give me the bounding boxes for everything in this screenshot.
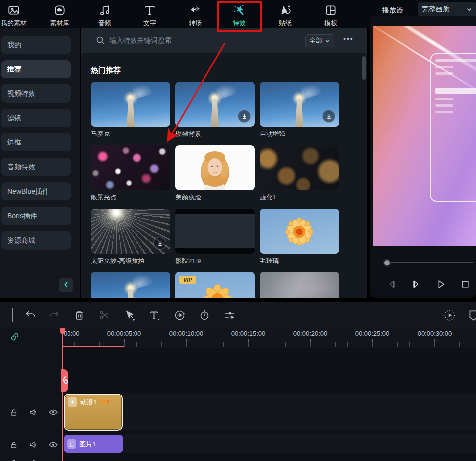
download-icon[interactable] — [153, 237, 166, 250]
quality-select[interactable]: 完整画质 — [418, 2, 476, 16]
timeline-area: 00:00 00:00:05:00 00:00:10:00 00:00:15:0… — [0, 328, 476, 461]
ruler-selection-range — [62, 346, 124, 347]
lock-icon[interactable] — [8, 406, 20, 418]
stop-button[interactable] — [459, 278, 472, 291]
vip-badge: VIP — [179, 276, 196, 284]
search-input[interactable] — [109, 33, 278, 47]
preview-content-ui-mock — [430, 53, 476, 202]
sidebar-item-filters[interactable]: 滤镜 — [1, 109, 71, 127]
tab-audio[interactable]: 音频 — [84, 2, 126, 28]
lock-icon[interactable] — [8, 439, 20, 451]
sidebar-item-borders[interactable]: 边框 — [1, 133, 71, 151]
preview-seek-bar[interactable] — [387, 262, 474, 263]
track-lane-1 — [62, 393, 476, 431]
sidebar-item-boris-plugin[interactable]: Boris插件 — [1, 207, 71, 225]
chevron-left-icon — [63, 281, 69, 288]
link-icon[interactable] — [10, 332, 20, 342]
effect-card-sun-flare[interactable]: 太阳光效-高级旅拍 — [91, 209, 170, 265]
effects-icon — [218, 2, 260, 18]
ruler-timestamp: 00:00:10:00 — [169, 330, 204, 337]
tab-transition[interactable]: 转场 — [174, 2, 216, 28]
effect-card-partial-fog[interactable] — [260, 272, 339, 298]
preview-seek-handle[interactable] — [383, 259, 391, 267]
speaker-icon[interactable] — [28, 439, 40, 451]
effect-card-frosted-glass[interactable]: 毛玻璃 — [260, 209, 339, 265]
text-icon — [129, 2, 171, 18]
effect-card-mosaic[interactable]: 马赛克 — [91, 82, 170, 138]
delete-button[interactable] — [73, 309, 86, 322]
timeline-clip-image[interactable]: 图片1 — [64, 435, 123, 453]
search-icon — [95, 35, 105, 45]
effect-card-defocus[interactable]: 虚化1 — [260, 145, 339, 202]
ruler-timestamp: 00:00:05:00 — [107, 330, 141, 337]
tab-sticker[interactable]: 贴纸 — [265, 2, 306, 28]
track-number-fragment: 4 — [0, 408, 0, 416]
text-tool-button[interactable] — [148, 309, 161, 322]
previous-frame-button[interactable] — [386, 278, 399, 291]
track2-header: 3 — [0, 439, 62, 451]
track-lane-2 — [62, 434, 476, 453]
undo-button[interactable] — [24, 309, 37, 322]
effect-thumbnail — [175, 209, 255, 254]
effects-browser-panel: 全部 ••• 热门推荐 马赛克 模糊背景 自动增强 — [81, 28, 367, 298]
effect-card-blur-background[interactable]: 模糊背景 — [175, 82, 255, 138]
effect-card-cinema-219[interactable]: 影院21:9 — [175, 209, 255, 265]
sidebar-item-audio-effects[interactable]: 音频特效 — [1, 158, 71, 176]
adjust-sliders-button[interactable] — [223, 309, 236, 322]
timeline-clip-effect[interactable]: ✦ 动漫1 VIP — [64, 394, 123, 431]
effect-thumbnail — [260, 145, 339, 190]
ruler-timestamp: 00:00 — [64, 330, 80, 337]
sidebar-item-resource-store[interactable]: 资源商城 — [1, 231, 71, 250]
player-tab[interactable]: 播放器 — [382, 6, 403, 15]
effect-card-bokeh-dots[interactable]: 散景光点 — [91, 145, 170, 202]
speaker-icon[interactable] — [28, 406, 40, 418]
select-tool-button[interactable] — [123, 309, 136, 322]
timeline-toolbar — [0, 302, 476, 328]
effect-thumbnail — [260, 272, 339, 298]
tab-my-media[interactable]: 我的素材 — [0, 2, 35, 28]
search-bar: 全部 ••• — [81, 28, 367, 53]
sidebar-item-mine[interactable]: 我的 — [1, 36, 71, 54]
more-options-button[interactable]: ••• — [343, 35, 354, 43]
ruler-minor-ticks — [62, 342, 476, 347]
eye-icon[interactable] — [47, 439, 59, 451]
effect-card-beauty[interactable]: 美颜瘦脸 — [175, 145, 255, 202]
playhead-line[interactable] — [62, 328, 63, 461]
effect-thumbnail — [260, 209, 339, 254]
play-button[interactable] — [434, 278, 447, 291]
sidebar-collapse-button[interactable] — [59, 278, 73, 292]
tab-effects[interactable]: 特效 — [218, 2, 260, 28]
timer-tool-button[interactable] — [198, 309, 211, 322]
split-scissors-button[interactable] — [98, 309, 111, 322]
sparkle-icon: ✦ — [68, 397, 77, 407]
filmora-app: 我的素材 素材库 音频 文字 — [0, 0, 476, 461]
voice-tool-button[interactable] — [173, 309, 186, 322]
marker-flag-button[interactable] — [467, 309, 476, 322]
preview-panel — [370, 16, 476, 298]
sticker-icon — [265, 2, 306, 18]
ruler-timestamp: 00:00:30:00 — [418, 330, 452, 337]
toolbar-caret — [12, 308, 13, 322]
lock-icon[interactable] — [8, 457, 20, 461]
panel-scrollbar[interactable] — [362, 56, 366, 80]
download-icon[interactable] — [238, 110, 251, 123]
effect-card-auto-enhance[interactable]: 自动增强 — [260, 82, 339, 138]
image-icon — [67, 439, 76, 449]
eye-icon[interactable] — [47, 406, 59, 418]
effect-card-partial[interactable] — [91, 272, 170, 298]
sidebar-item-recommended[interactable]: 推荐 — [1, 60, 71, 78]
tab-stock-media[interactable]: 素材库 — [39, 2, 80, 28]
render-preview-button[interactable] — [443, 309, 456, 322]
speaker-icon[interactable] — [28, 457, 40, 461]
transition-icon — [174, 2, 216, 18]
download-icon[interactable] — [322, 110, 335, 123]
sidebar-item-video-effects[interactable]: 视频特效 — [1, 84, 71, 103]
ruler-timestamp: 00:00:25:00 — [355, 330, 390, 337]
effect-card-partial-vip[interactable]: VIP — [175, 272, 255, 298]
filter-dropdown[interactable]: 全部 — [305, 34, 334, 47]
tab-text[interactable]: 文字 — [129, 2, 171, 28]
redo-button[interactable] — [47, 309, 60, 322]
sidebar-item-newblue-plugin[interactable]: NewBlue插件 — [1, 182, 71, 200]
next-frame-button[interactable] — [409, 278, 422, 291]
tab-template[interactable]: 模板 — [310, 2, 351, 28]
